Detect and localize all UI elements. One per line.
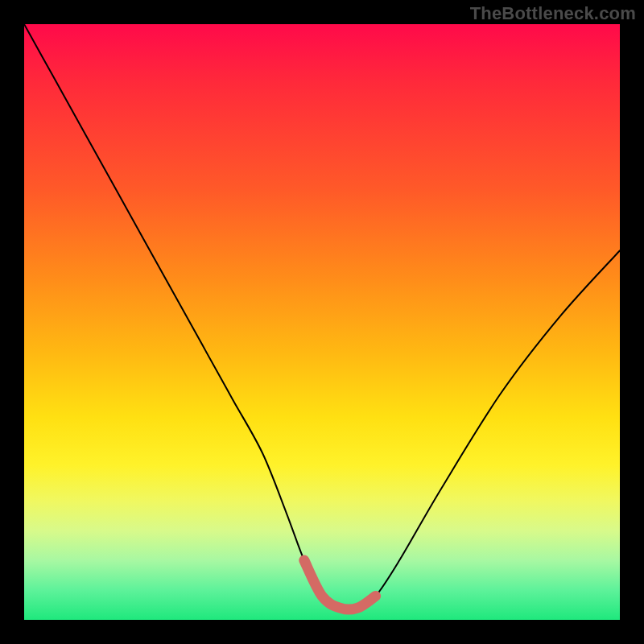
- plot-area: [24, 24, 620, 620]
- bottleneck-curve-path: [24, 24, 620, 609]
- flat-minimum-highlight: [304, 560, 376, 609]
- watermark-text: TheBottleneck.com: [470, 3, 636, 24]
- curve-layer: [24, 24, 620, 620]
- chart-frame: TheBottleneck.com: [0, 0, 644, 644]
